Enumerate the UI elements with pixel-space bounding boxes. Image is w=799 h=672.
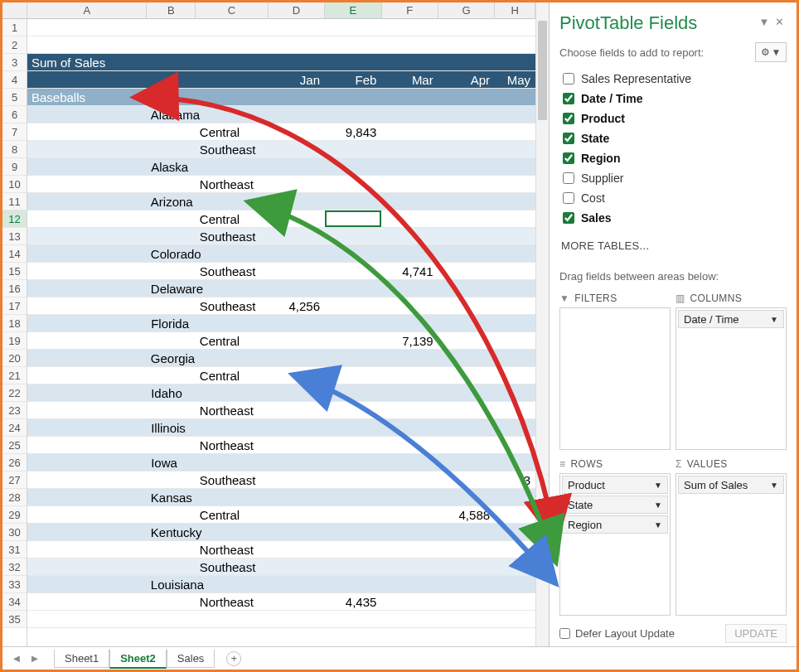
table-row[interactable] xyxy=(27,611,535,628)
table-row[interactable]: Colorado xyxy=(27,245,535,263)
region-label[interactable]: Central xyxy=(196,332,269,349)
table-row[interactable]: Illinois xyxy=(27,419,535,437)
cell[interactable] xyxy=(27,245,147,262)
cell[interactable] xyxy=(147,228,196,244)
chevron-down-icon[interactable]: ▼ xyxy=(654,481,662,490)
table-row[interactable]: Southeast4,256 xyxy=(27,297,535,315)
cell[interactable] xyxy=(326,106,382,123)
cell[interactable] xyxy=(325,402,381,418)
cell[interactable] xyxy=(147,593,196,610)
cell[interactable] xyxy=(147,54,196,70)
cell[interactable] xyxy=(438,280,495,297)
cell[interactable] xyxy=(438,402,495,418)
row-header[interactable]: 10 xyxy=(2,176,27,193)
cell[interactable] xyxy=(269,367,325,384)
table-row[interactable]: Iowa xyxy=(27,454,535,471)
cell[interactable] xyxy=(147,123,196,140)
cell[interactable] xyxy=(381,158,438,175)
pane-menu-icon[interactable]: ▼ xyxy=(757,16,772,31)
cell[interactable] xyxy=(438,332,495,349)
cell[interactable] xyxy=(27,593,147,610)
table-row[interactable]: Alaska xyxy=(27,158,535,176)
cell[interactable] xyxy=(269,471,325,488)
cell[interactable] xyxy=(269,210,325,227)
cell[interactable] xyxy=(495,36,535,53)
cell[interactable] xyxy=(326,280,382,297)
cell[interactable] xyxy=(438,611,495,627)
field-chip[interactable]: Date / Time▼ xyxy=(678,310,784,328)
region-label[interactable]: Central xyxy=(196,367,269,384)
cell[interactable] xyxy=(27,176,147,192)
active-cell[interactable] xyxy=(325,210,381,227)
cell[interactable] xyxy=(495,228,535,244)
cell[interactable] xyxy=(325,454,381,471)
cell[interactable] xyxy=(325,506,381,523)
cell[interactable] xyxy=(27,210,147,227)
table-row[interactable]: Central4,588 xyxy=(27,506,535,524)
state-label[interactable]: Florida xyxy=(147,315,196,331)
cell[interactable] xyxy=(495,158,535,175)
cell[interactable] xyxy=(381,611,438,627)
table-row[interactable]: JanFebMarAprMay xyxy=(27,71,535,89)
defer-layout-checkbox[interactable] xyxy=(559,628,570,639)
table-row[interactable]: Georgia xyxy=(27,350,535,367)
field-checkbox[interactable] xyxy=(563,73,574,85)
cell[interactable] xyxy=(325,141,381,157)
cell[interactable] xyxy=(27,454,147,471)
table-row[interactable]: Central9,843 xyxy=(27,123,535,141)
value-cell[interactable]: 4,256 xyxy=(269,297,325,314)
cell[interactable] xyxy=(269,315,325,331)
sheet-tab[interactable]: Sheet1 xyxy=(54,650,109,668)
cell[interactable] xyxy=(269,89,325,105)
columns-dropzone[interactable]: Date / Time▼ xyxy=(676,307,787,450)
update-button[interactable]: UPDATE xyxy=(725,624,787,643)
cell[interactable] xyxy=(438,228,495,244)
row-header[interactable]: 15 xyxy=(2,263,27,280)
cell[interactable] xyxy=(27,297,147,314)
cell[interactable] xyxy=(27,71,147,88)
cell[interactable] xyxy=(382,489,438,505)
cell[interactable] xyxy=(381,176,438,192)
cell[interactable] xyxy=(27,36,147,53)
cell[interactable] xyxy=(269,106,325,123)
table-row[interactable]: Central xyxy=(27,367,535,384)
table-row[interactable]: Northeast xyxy=(27,176,535,193)
cell[interactable] xyxy=(438,106,495,123)
cell[interactable] xyxy=(381,402,438,418)
field-checkbox[interactable] xyxy=(563,172,574,184)
cell[interactable] xyxy=(381,36,438,53)
cell[interactable] xyxy=(196,524,269,540)
row-header[interactable]: 32 xyxy=(2,558,27,576)
cell[interactable] xyxy=(269,36,325,53)
cell[interactable] xyxy=(495,350,535,366)
table-row[interactable]: Idaho xyxy=(27,384,535,402)
cell[interactable] xyxy=(196,158,269,175)
cell[interactable] xyxy=(147,402,196,418)
table-row[interactable]: Delaware xyxy=(27,280,535,297)
region-label[interactable]: Northeast xyxy=(196,541,269,558)
fields-settings-button[interactable]: ⚙ ▼ xyxy=(755,42,787,62)
cell[interactable] xyxy=(147,36,196,53)
cell[interactable] xyxy=(325,54,381,70)
cell[interactable] xyxy=(381,54,438,70)
cell[interactable] xyxy=(147,141,196,157)
table-row[interactable]: Northeast xyxy=(27,402,535,419)
cell[interactable] xyxy=(325,297,381,314)
cell[interactable] xyxy=(438,89,495,105)
table-row[interactable]: Arizona xyxy=(27,193,535,210)
cell[interactable] xyxy=(325,419,381,436)
cell[interactable] xyxy=(495,332,535,349)
row-header[interactable]: 31 xyxy=(2,541,27,558)
cell[interactable] xyxy=(269,176,325,192)
cell[interactable] xyxy=(325,176,381,192)
cell[interactable] xyxy=(381,593,438,610)
cell[interactable] xyxy=(381,315,438,331)
cell[interactable] xyxy=(269,593,325,610)
cell[interactable] xyxy=(27,141,147,157)
product-label[interactable]: Baseballs xyxy=(27,89,147,105)
cell[interactable] xyxy=(196,36,269,53)
cell[interactable] xyxy=(27,576,147,592)
cell[interactable] xyxy=(438,158,495,175)
cell[interactable] xyxy=(325,541,381,558)
table-row[interactable]: Southeast3 xyxy=(27,471,535,489)
